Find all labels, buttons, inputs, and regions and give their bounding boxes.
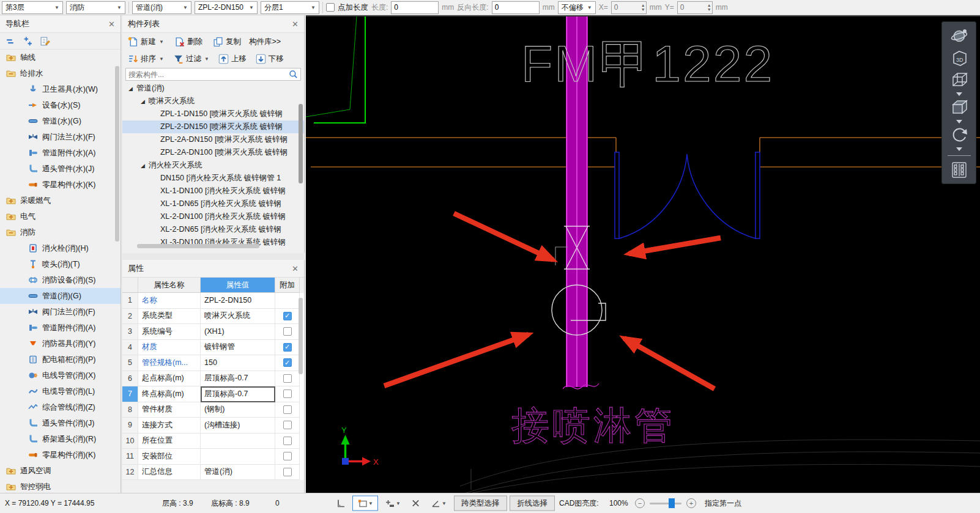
list-scrollbar[interactable]	[299, 104, 303, 183]
sidebar-item-fire-appliance[interactable]: 消防器具(消)(Y)	[0, 336, 121, 352]
property-row-selected[interactable]: 7终点标高(m)层顶标高-0.7	[122, 386, 304, 402]
discipline-select[interactable]: 消防▼	[66, 1, 125, 14]
point-add-length-checkbox[interactable]	[326, 3, 335, 12]
sidebar-item-integrated-lines[interactable]: 综合管线(消)(Z)	[0, 399, 121, 415]
property-row[interactable]: 9连接方式(沟槽连接)	[122, 418, 304, 434]
search-input[interactable]	[128, 70, 289, 79]
close-icon[interactable]: ✕	[292, 20, 299, 29]
chevron-down-icon[interactable]	[945, 119, 974, 124]
edit-list-icon[interactable]	[40, 36, 50, 46]
attach-checkbox[interactable]	[283, 452, 292, 460]
move-up-button[interactable]: 上移	[217, 53, 248, 65]
orbit-view-button[interactable]	[945, 25, 974, 47]
property-row[interactable]: 2系统类型喷淋灭火系统✓	[122, 309, 304, 325]
sidebar-item-fire-equipment[interactable]: 消防设备(消)(S)	[0, 272, 121, 288]
brightness-slider[interactable]	[650, 498, 681, 508]
sidebar-item-axis[interactable]: 轴线	[0, 50, 121, 65]
sidebar-item-pipe-fire[interactable]: 管道(消)(G)	[0, 288, 121, 304]
attach-checkbox[interactable]	[283, 437, 292, 445]
filter-button[interactable]: 过滤▼	[171, 53, 211, 65]
tree-leaf[interactable]: XL-2-DN65 [消火栓灭火系统 镀锌钢	[122, 223, 304, 236]
property-row[interactable]: 5管径规格(m...150✓	[122, 355, 304, 371]
sidebar-item-device-water[interactable]: 设备(水)(S)	[0, 97, 121, 113]
sidebar-item-valve-water[interactable]: 阀门法兰(水)(F)	[0, 129, 121, 145]
tree-leaf[interactable]: ZPL-2A-DN150 [喷淋灭火系统 镀锌钢	[122, 133, 304, 146]
category-select[interactable]: 管道(消)▼	[132, 1, 191, 14]
add-selection-button[interactable]: ▼	[380, 496, 405, 511]
sidebar-item-pipe-attachment-fire[interactable]: 管道附件(消)(A)	[0, 320, 121, 336]
property-row[interactable]: 8管件材质(钢制)	[122, 402, 304, 418]
search-icon[interactable]	[289, 70, 298, 79]
horizontal-scrollbar[interactable]	[137, 244, 259, 248]
sidebar-item-cable-conduit[interactable]: 电缆导管(消)(L)	[0, 383, 121, 399]
layer-select[interactable]: 分层1▼	[261, 1, 319, 14]
length-input[interactable]	[391, 1, 439, 14]
rotate-view-button[interactable]	[945, 124, 974, 146]
attach-checkbox-checked[interactable]: ✓	[283, 343, 292, 352]
sidebar-item-plumbing[interactable]: 给排水	[0, 65, 121, 81]
attach-checkbox[interactable]	[283, 374, 292, 383]
expanded-arrow-icon[interactable]: ◢	[141, 163, 145, 169]
sidebar-item-hvac[interactable]: 通风空调	[0, 463, 121, 479]
brightness-decrease-button[interactable]: −	[635, 498, 645, 508]
tree-leaf[interactable]: XL-2-DN100 [消火栓灭火系统 镀锌钢	[122, 210, 304, 223]
angle-snap-button[interactable]: ▼	[426, 496, 451, 511]
property-row[interactable]: 10所在位置	[122, 434, 304, 449]
sidebar-item-fitting-water[interactable]: 通头管件(水)(J)	[0, 161, 121, 177]
view-3d-button[interactable]: 3D	[945, 47, 974, 69]
tree-leaf[interactable]: DN150 [消火栓灭火系统 镀锌钢管 1	[122, 172, 304, 185]
reverse-length-input[interactable]	[492, 1, 540, 14]
deselect-button[interactable]	[407, 496, 424, 511]
sidebar-item-fitting-fire[interactable]: 通头管件(消)(J)	[0, 415, 121, 431]
close-icon[interactable]: ✕	[292, 264, 299, 273]
editing-cell[interactable]: 层顶标高-0.7	[201, 386, 275, 402]
brightness-increase-button[interactable]: +	[686, 498, 696, 508]
property-row[interactable]: 12汇总信息管道(消)	[122, 465, 304, 481]
offset-select[interactable]: 不偏移▼	[558, 1, 596, 14]
sidebar-item-hydrant[interactable]: 消火栓(消)(H)	[0, 240, 121, 256]
sidebar-item-distribution-box[interactable]: 配电箱柜(消)(P)	[0, 352, 121, 367]
cross-type-select-button[interactable]: 跨类型选择	[454, 496, 507, 511]
tree-leaf[interactable]: XL-1-DN65 [消火栓灭火系统 镀锌钢	[122, 197, 304, 210]
cad-viewport[interactable]: FM甲1222 接喷淋管 Y X	[306, 15, 980, 493]
sidebar-item-pipe-water[interactable]: 管道(水)(G)	[0, 113, 121, 129]
expanded-arrow-icon[interactable]: ◢	[128, 86, 133, 92]
polyline-select-button[interactable]: 折线选择	[510, 496, 555, 511]
tree-leaf[interactable]: ZPL-1-DN150 [喷淋灭火系统 镀锌钢	[122, 108, 304, 120]
tree-leaf[interactable]: ZPL-2A-DN100 [喷淋灭火系统 镀锌钢	[122, 146, 304, 159]
tree-node[interactable]: ◢消火栓灭火系统	[122, 159, 304, 172]
sidebar-item-misc-fire[interactable]: 零星构件(消)(K)	[0, 447, 121, 463]
sidebar-item-tray-fitting[interactable]: 桥架通头(消)(R)	[0, 431, 121, 447]
selection-mode-button[interactable]: ▼	[352, 496, 378, 511]
sidebar-item-wire-conduit[interactable]: 电线导管(消)(X)	[0, 367, 121, 383]
sidebar-item-pipe-attachment-water[interactable]: 管道附件(水)(A)	[0, 145, 121, 161]
attach-checkbox[interactable]	[283, 405, 292, 414]
property-row[interactable]: 3系统编号(XH1)	[122, 324, 304, 340]
shaded-view-button[interactable]	[945, 97, 974, 119]
sidebar-item-sprinkler[interactable]: 喷头(消)(T)	[0, 256, 121, 272]
wireframe-view-button[interactable]	[945, 69, 974, 91]
property-row[interactable]: 6起点标高(m)层顶标高-0.7	[122, 371, 304, 387]
sidebar-item-misc-water[interactable]: 零星构件(水)(K)	[0, 177, 121, 193]
tree-leaf[interactable]: XL-1-DN100 [消火栓灭火系统 镀锌钢	[122, 185, 304, 197]
spinner-arrows-icon[interactable]: ▲▼	[641, 3, 645, 12]
property-row[interactable]: 11安装部位	[122, 449, 304, 465]
sidebar-item-sanitary-fixture[interactable]: 卫生器具(水)(W)	[0, 81, 121, 97]
delete-button[interactable]: 删除	[173, 36, 204, 48]
attach-checkbox[interactable]	[283, 327, 292, 336]
sidebar-scrollbar[interactable]	[115, 66, 119, 242]
attach-checkbox-checked[interactable]: ✓	[283, 312, 292, 320]
slider-handle[interactable]	[669, 498, 675, 508]
floor-select[interactable]: 第3层▼	[2, 1, 63, 14]
component-select[interactable]: ZPL-2-DN150▼	[195, 1, 258, 14]
tree-leaf-selected[interactable]: ZPL-2-DN150 [喷淋灭火系统 镀锌钢	[122, 120, 304, 133]
new-button[interactable]: 新建▼	[126, 36, 166, 48]
chevron-down-icon[interactable]	[945, 146, 974, 152]
move-down-button[interactable]: 下移	[254, 53, 286, 65]
copy-button[interactable]: 复制	[211, 36, 243, 48]
y-stepper[interactable]: ▲▼	[677, 1, 713, 14]
attach-checkbox-checked[interactable]: ✓	[283, 358, 292, 367]
sidebar-item-valve-fire[interactable]: 阀门法兰(消)(F)	[0, 304, 121, 320]
ortho-mode-button[interactable]	[332, 496, 349, 511]
close-icon[interactable]: ✕	[108, 20, 115, 29]
